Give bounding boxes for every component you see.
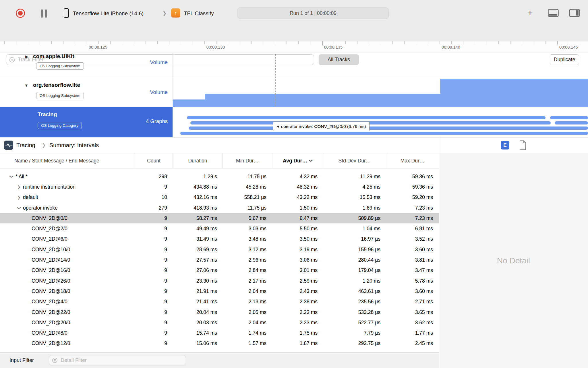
track-header-tflite[interactable]: ▼ org.tensorflow.lite OS Logging Subsyst…	[0, 78, 173, 107]
interval-bar[interactable]	[180, 132, 588, 135]
device-name[interactable]: Tensorflow Lite iPhone (14.6)	[73, 9, 144, 18]
interval-bar[interactable]	[555, 121, 588, 124]
table-row[interactable]: ❯operator invoke279418.93 ms11.75 µs1.50…	[0, 203, 439, 213]
cell-duration: 20.03 ms	[173, 317, 223, 328]
table-row[interactable]: CONV_2D@18/0921.91 ms2.04 ms2.43 ms463.6…	[0, 286, 439, 296]
table-row[interactable]: CONV_2D@2/0949.49 ms3.03 ms5.50 ms1.04 m…	[0, 223, 439, 234]
ruler-tick	[263, 41, 263, 44]
table-row[interactable]: CONV_2D@26/0923.30 ms2.17 ms2.59 ms1.20 …	[0, 276, 439, 286]
duplicate-button[interactable]: Duplicate	[550, 54, 579, 65]
table-row[interactable]: CONV_2D@16/0927.06 ms2.84 ms3.01 ms179.0…	[0, 265, 439, 276]
column-header-duration[interactable]: Duration	[173, 153, 223, 168]
ruler-tick	[569, 41, 569, 44]
cell-min: 558.21 µs	[223, 192, 272, 203]
cell-max: 1.77 ms	[386, 328, 439, 338]
disclosure-expanded-icon[interactable]: ▼	[24, 83, 28, 88]
record-button[interactable]	[16, 9, 25, 18]
table-row[interactable]: CONV_2D@14/0927.57 ms2.96 ms3.06 ms280.4…	[0, 255, 439, 265]
table-row[interactable]: CONV_2D@10/0928.69 ms3.12 ms3.19 ms155.9…	[0, 244, 439, 255]
ruler-label: 00:08.140	[442, 45, 460, 49]
ruler-label: 00:08.135	[324, 45, 343, 49]
track-badge: OS Logging Subsystem	[36, 62, 84, 70]
row-label: operator invoke	[23, 205, 58, 211]
ruler-tick	[357, 41, 357, 44]
disclosure-chevron[interactable]: ❯	[17, 195, 21, 200]
table-row[interactable]: CONV_2D@20/0920.03 ms2.04 ms2.23 ms522.7…	[0, 317, 439, 328]
disclosure-chevron[interactable]: ❯	[17, 206, 21, 210]
cell-duration: 49.49 ms	[173, 223, 223, 234]
cell-count: 298	[135, 171, 173, 182]
cell-duration: 58.27 ms	[173, 213, 223, 223]
interval-bar[interactable]	[187, 116, 546, 119]
table-row[interactable]: ❯runtime instrumentation9434.88 ms45.28 …	[0, 182, 439, 192]
row-label: CONV_2D@20/0	[32, 320, 70, 326]
bottom-filter-bar: Input Filter	[0, 352, 439, 368]
detail-filter-input[interactable]	[60, 357, 183, 364]
interval-bar[interactable]	[189, 126, 588, 130]
interval-bar[interactable]	[190, 121, 551, 124]
column-header-name[interactable]: Name / Start Message / End Message	[0, 153, 135, 168]
table-row[interactable]: CONV_2D@22/0920.04 ms2.05 ms2.23 ms533.2…	[0, 307, 439, 317]
toggle-bottom-pane-button[interactable]	[548, 9, 559, 17]
tooltip-text: operator invoke: CONV_2D@0/0 (6.76 ms)	[281, 124, 366, 129]
ruler-tick	[310, 41, 310, 44]
table-row[interactable]: ❯default10432.16 ms558.21 µs43.22 ms15.5…	[0, 192, 439, 203]
table-row[interactable]: CONV_2D@0/0958.27 ms5.67 ms6.47 ms509.89…	[0, 213, 439, 223]
column-header-min[interactable]: Min Dur…	[223, 153, 272, 168]
column-header-stddev[interactable]: Std Dev Dur…	[323, 153, 386, 168]
add-instrument-button[interactable]: +	[525, 6, 535, 19]
ruler-tick	[122, 41, 122, 44]
track-header-uikit[interactable]: ▶ com.apple.UIKit OS Logging Subsystem V…	[0, 53, 173, 78]
target-name[interactable]: TFL Classify	[184, 9, 214, 18]
detail-filter-field[interactable]	[49, 355, 186, 365]
ruler-tick	[193, 41, 193, 44]
table-row[interactable]: CONV_2D@8/0915.74 ms1.74 ms1.75 ms7.79 µ…	[0, 328, 439, 338]
breadcrumb-tracing[interactable]: Tracing	[16, 141, 35, 150]
column-header-avg[interactable]: Avg Dur… ❯	[272, 153, 323, 168]
interval-bar[interactable]	[550, 116, 588, 119]
disclosure-collapsed-icon[interactable]: ▶	[25, 54, 28, 59]
volume-area-segment	[173, 99, 205, 107]
cell-avg: 1.75 ms	[272, 328, 323, 338]
cell-avg: 2.38 ms	[272, 297, 323, 307]
summary-table-body[interactable]: ❯* All *2981.29 s11.75 µs4.32 ms11.29 ms…	[0, 168, 439, 355]
column-header-count[interactable]: Count	[135, 153, 173, 168]
row-name-cell: CONV_2D@4/0	[0, 297, 135, 307]
document-button[interactable]	[519, 140, 527, 150]
ruler-tick	[275, 41, 275, 44]
track-header-tracing-selected[interactable]: Tracing OS Logging Category 4 Graphs	[0, 107, 173, 137]
playhead-line[interactable]	[275, 54, 276, 106]
cell-max: 3.81 ms	[386, 255, 439, 265]
table-row[interactable]: CONV_2D@6/0931.49 ms3.48 ms3.50 ms16.97 …	[0, 234, 439, 244]
ruler-tick	[428, 41, 428, 44]
track-badge: OS Logging Category	[38, 122, 82, 129]
cell-min: 2.13 ms	[223, 297, 272, 307]
ruler-tick	[345, 41, 346, 44]
disclosure-chevron[interactable]: ❯	[17, 185, 21, 189]
timeline-ruler[interactable]: 00:08.12500:08.13000:08.13500:08.14000:0…	[0, 41, 588, 53]
ruler-tick	[98, 41, 99, 44]
table-row[interactable]: ❯* All *2981.29 s11.75 µs4.32 ms11.29 ms…	[0, 171, 439, 182]
ruler-tick	[287, 41, 287, 44]
tracing-instrument-icon[interactable]	[4, 141, 13, 150]
track-meta-label: Volume	[150, 89, 168, 95]
disclosure-chevron[interactable]: ❯	[9, 174, 14, 179]
table-row[interactable]: CONV_2D@4/0921.41 ms2.13 ms2.38 ms235.56…	[0, 297, 439, 307]
row-label: CONV_2D@16/0	[32, 267, 70, 273]
ruler-tick	[28, 41, 28, 44]
breadcrumb-summary-intervals[interactable]: Summary: Intervals	[49, 141, 99, 150]
cell-count: 9	[135, 213, 173, 223]
all-tracks-button[interactable]: All Tracks	[319, 54, 359, 65]
expert-info-button[interactable]: E	[501, 141, 509, 150]
inspector-divider[interactable]	[439, 137, 439, 368]
ruler-tick	[4, 41, 5, 44]
cell-min: 45.28 ms	[223, 182, 272, 192]
column-header-max[interactable]: Max Dur…	[386, 153, 439, 168]
toggle-right-pane-button[interactable]	[569, 9, 580, 17]
cell-min: 1.74 ms	[223, 328, 272, 338]
ruler-tick	[157, 41, 158, 44]
pause-button[interactable]	[41, 9, 47, 18]
record-dot-icon	[18, 11, 23, 16]
cell-avg: 2.43 ms	[272, 286, 323, 296]
table-row[interactable]: CONV_2D@12/0915.06 ms1.57 ms1.67 ms292.7…	[0, 338, 439, 349]
